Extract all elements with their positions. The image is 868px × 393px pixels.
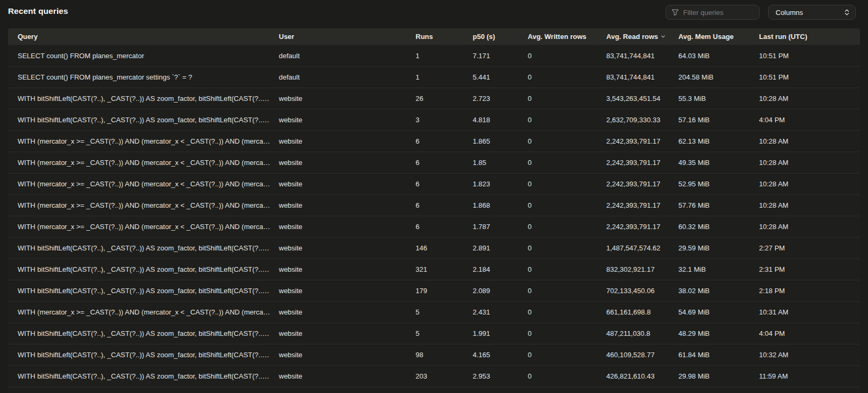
column-header-avg-read-rows[interactable]: Avg. Read rows (606, 33, 678, 41)
cell-last_run_utc: 4:04 PM (759, 329, 860, 337)
cell-avg_read_rows: 2,632,709,330.33 (606, 116, 678, 124)
cell-p50: 1.823 (473, 180, 528, 188)
cell-avg_written_rows: 0 (528, 116, 606, 124)
cell-p50: 4.165 (473, 351, 528, 359)
column-header-runs[interactable]: Runs (416, 33, 473, 41)
toolbar: Recent queries Columns (0, 0, 868, 25)
cell-avg_written_rows: 0 (528, 329, 606, 337)
table-header-row: Query User Runs p50 (s) Avg. Written row… (8, 28, 860, 45)
cell-p50: 1.868 (473, 201, 528, 209)
cell-p50: 7.171 (473, 52, 528, 60)
table-row[interactable]: WITH (mercator_x >= _CAST(?..)) AND (mer… (8, 216, 860, 237)
cell-user: website (279, 180, 416, 188)
filter-queries-input[interactable] (683, 9, 754, 17)
table-row[interactable]: WITH (mercator_x >= _CAST(?..)) AND (mer… (8, 130, 860, 152)
cell-p50: 2.953 (473, 372, 528, 380)
cell-runs: 321 (416, 265, 473, 273)
cell-last_run_utc: 10:31 AM (759, 308, 860, 316)
table-row[interactable]: WITH bitShiftLeft(CAST(?..), _CAST(?..))… (8, 258, 860, 280)
cell-avg_mem_usage: 204.58 MiB (678, 73, 759, 81)
table-row[interactable]: WITH bitShiftLeft(CAST(?..), _CAST(?..))… (8, 237, 860, 258)
cell-user: default (279, 73, 416, 81)
cell-runs: 5 (416, 308, 473, 316)
table-row[interactable]: WITH bitShiftLeft(CAST(?..), _CAST(?..))… (8, 344, 860, 365)
cell-avg_written_rows: 0 (528, 180, 606, 188)
table-row-partial[interactable] (8, 387, 860, 393)
cell-runs: 1 (416, 52, 473, 60)
cell-avg_written_rows: 0 (528, 95, 606, 103)
cell-avg_read_rows: 2,242,393,791.17 (606, 137, 678, 145)
column-header-p50[interactable]: p50 (s) (473, 33, 528, 41)
table-row[interactable]: SELECT count() FROM planes_mercatordefau… (8, 45, 860, 66)
table-row[interactable]: WITH bitShiftLeft(CAST(?..), _CAST(?..))… (8, 109, 860, 130)
cell-runs: 6 (416, 137, 473, 145)
cell-user: website (279, 372, 416, 380)
cell-avg_read_rows: 460,109,528.77 (606, 351, 678, 359)
table-row[interactable]: WITH bitShiftLeft(CAST(?..), _CAST(?..))… (8, 280, 860, 301)
cell-avg_written_rows: 0 (528, 351, 606, 359)
cell-avg_mem_usage: 57.16 MiB (678, 116, 759, 124)
table-row[interactable]: WITH bitShiftLeft(CAST(?..), _CAST(?..))… (8, 88, 860, 109)
cell-avg_mem_usage: 32.1 MiB (678, 265, 759, 273)
table-row[interactable]: WITH (mercator_x >= _CAST(?..)) AND (mer… (8, 194, 860, 216)
cell-query: SELECT count() FROM planes_mercator (18, 52, 279, 60)
cell-runs: 6 (416, 180, 473, 188)
cell-p50: 1.865 (473, 137, 528, 145)
column-header-query[interactable]: Query (18, 33, 279, 41)
cell-avg_mem_usage: 61.84 MiB (678, 351, 759, 359)
table-row[interactable]: WITH (mercator_x >= _CAST(?..)) AND (mer… (8, 152, 860, 173)
cell-last_run_utc: 10:32 AM (759, 351, 860, 359)
cell-avg_read_rows: 2,242,393,791.17 (606, 180, 678, 188)
cell-last_run_utc: 10:28 AM (759, 180, 860, 188)
cell-user: website (279, 265, 416, 273)
cell-last_run_utc: 10:51 PM (759, 52, 860, 60)
column-header-user[interactable]: User (279, 33, 416, 41)
cell-user: website (279, 201, 416, 209)
cell-avg_mem_usage: 52.95 MiB (678, 180, 759, 188)
cell-avg_written_rows: 0 (528, 73, 606, 81)
cell-user: default (279, 52, 416, 60)
cell-query: WITH (mercator_x >= _CAST(?..)) AND (mer… (18, 137, 279, 145)
chevron-down-icon (661, 34, 666, 39)
cell-avg_read_rows: 487,211,030.8 (606, 329, 678, 337)
filter-queries-box[interactable] (666, 5, 760, 20)
table-row[interactable]: WITH (mercator_x >= _CAST(?..)) AND (mer… (8, 301, 860, 323)
cell-avg_written_rows: 0 (528, 287, 606, 295)
cell-query: WITH (mercator_x >= _CAST(?..)) AND (mer… (18, 159, 279, 167)
cell-p50: 1.787 (473, 223, 528, 231)
cell-last_run_utc: 10:28 AM (759, 159, 860, 167)
cell-avg_read_rows: 83,741,744,841 (606, 73, 678, 81)
columns-select[interactable]: Columns (768, 5, 856, 20)
cell-user: website (279, 329, 416, 337)
cell-last_run_utc: 10:28 AM (759, 95, 860, 103)
cell-p50: 2.184 (473, 265, 528, 273)
cell-query: WITH bitShiftLeft(CAST(?..), _CAST(?..))… (18, 95, 279, 103)
cell-last_run_utc: 2:27 PM (759, 244, 860, 252)
cell-user: website (279, 95, 416, 103)
cell-p50: 1.85 (473, 159, 528, 167)
cell-p50: 1.991 (473, 329, 528, 337)
cell-p50: 2.723 (473, 95, 528, 103)
cell-avg_read_rows: 2,242,393,791.17 (606, 223, 678, 231)
cell-avg_read_rows: 2,242,393,791.17 (606, 159, 678, 167)
cell-avg_written_rows: 0 (528, 201, 606, 209)
column-header-avg-written-rows[interactable]: Avg. Written rows (528, 33, 606, 41)
table-row[interactable]: WITH bitShiftLeft(CAST(?..), _CAST(?..))… (8, 323, 860, 344)
cell-avg_written_rows: 0 (528, 265, 606, 273)
cell-avg_read_rows: 1,487,547,574.62 (606, 244, 678, 252)
cell-p50: 4.818 (473, 116, 528, 124)
cell-p50: 2.431 (473, 308, 528, 316)
cell-avg_mem_usage: 62.13 MiB (678, 137, 759, 145)
cell-avg_mem_usage: 29.98 MiB (678, 372, 759, 380)
table-row[interactable]: SELECT count() FROM planes_mercator sett… (8, 66, 860, 88)
column-header-last-run[interactable]: Last run (UTC) (759, 33, 860, 41)
table-row[interactable]: WITH (mercator_x >= _CAST(?..)) AND (mer… (8, 173, 860, 194)
cell-p50: 2.089 (473, 287, 528, 295)
column-header-avg-mem-usage[interactable]: Avg. Mem Usage (678, 33, 759, 41)
recent-queries-table: Query User Runs p50 (s) Avg. Written row… (8, 28, 860, 393)
table-row[interactable]: WITH bitShiftLeft(CAST(?..), _CAST(?..))… (8, 365, 860, 387)
cell-query: WITH bitShiftLeft(CAST(?..), _CAST(?..))… (18, 329, 279, 337)
cell-avg_written_rows: 0 (528, 244, 606, 252)
cell-avg_mem_usage: 29.59 MiB (678, 244, 759, 252)
cell-avg_written_rows: 0 (528, 308, 606, 316)
